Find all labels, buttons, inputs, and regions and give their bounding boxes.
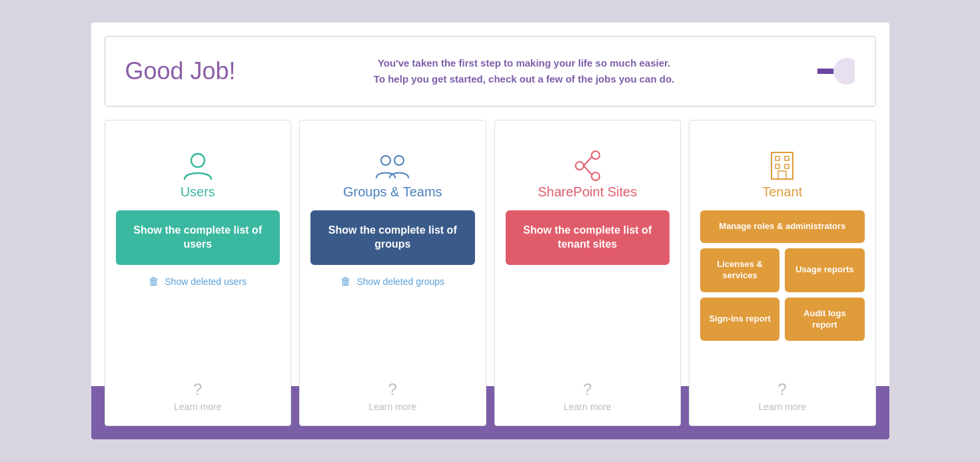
users-card: Users Show the complete list of users 🗑 … bbox=[105, 120, 292, 426]
groups-card: Groups & Teams Show the complete list of… bbox=[299, 120, 486, 426]
sharepoint-learn-more-text[interactable]: Learn more bbox=[564, 401, 612, 412]
sharepoint-learn-more-section: ? Learn more bbox=[564, 380, 612, 412]
sharepoint-card-title: SharePoint Sites bbox=[538, 184, 637, 200]
svg-point-2 bbox=[833, 58, 855, 85]
users-learn-more-section: ? Learn more bbox=[174, 380, 222, 412]
users-learn-more-text[interactable]: Learn more bbox=[174, 401, 222, 412]
svg-line-10 bbox=[584, 166, 592, 174]
groups-icon bbox=[374, 147, 411, 184]
usage-reports-button[interactable]: Usage reports bbox=[785, 248, 864, 292]
header-subtitle: You've taken the first step to making yo… bbox=[374, 55, 674, 87]
svg-rect-13 bbox=[785, 156, 789, 160]
tenant-card-title: Tenant bbox=[762, 184, 802, 200]
svg-rect-14 bbox=[775, 164, 779, 168]
licenses-button[interactable]: Licenses & services bbox=[700, 248, 779, 292]
svg-point-5 bbox=[394, 156, 404, 165]
trash-icon-groups: 🗑 bbox=[340, 276, 351, 288]
svg-line-9 bbox=[584, 157, 592, 166]
svg-rect-12 bbox=[775, 156, 779, 160]
show-users-button[interactable]: Show the complete list of users bbox=[116, 210, 280, 265]
header-arrow-area[interactable] bbox=[812, 50, 855, 93]
svg-point-3 bbox=[191, 154, 205, 167]
question-icon-sharepoint: ? bbox=[583, 380, 592, 399]
svg-point-8 bbox=[576, 162, 584, 170]
tenant-card-header: Tenant bbox=[762, 134, 802, 200]
groups-card-header: Groups & Teams bbox=[343, 134, 442, 200]
svg-point-7 bbox=[592, 172, 600, 180]
trash-icon-users: 🗑 bbox=[149, 276, 159, 288]
svg-rect-15 bbox=[785, 164, 789, 168]
cards-row: Users Show the complete list of users 🗑 … bbox=[105, 120, 876, 426]
arrow-right-icon bbox=[812, 50, 855, 93]
groups-learn-more-text[interactable]: Learn more bbox=[368, 401, 416, 412]
tenant-buttons-grid: Manage roles & administrators Licenses &… bbox=[700, 210, 865, 341]
tenant-icon bbox=[763, 147, 801, 184]
svg-point-6 bbox=[592, 151, 600, 159]
question-icon-users: ? bbox=[193, 380, 202, 399]
question-icon-tenant: ? bbox=[778, 380, 787, 399]
audit-logs-button[interactable]: Audit logs report bbox=[785, 298, 864, 342]
svg-point-4 bbox=[381, 156, 390, 165]
show-deleted-groups-link[interactable]: 🗑 Show deleted groups bbox=[340, 276, 444, 288]
signins-button[interactable]: Sign-ins report bbox=[700, 298, 779, 342]
show-deleted-users-link[interactable]: 🗑 Show deleted users bbox=[149, 276, 246, 288]
users-card-header: Users bbox=[179, 134, 217, 200]
svg-rect-16 bbox=[778, 171, 786, 179]
manage-roles-button[interactable]: Manage roles & administrators bbox=[700, 210, 865, 243]
show-sites-button[interactable]: Show the complete list of tenant sites bbox=[506, 210, 670, 265]
users-icon bbox=[179, 147, 217, 184]
groups-learn-more-section: ? Learn more bbox=[368, 380, 416, 412]
users-card-title: Users bbox=[181, 184, 215, 200]
main-wrapper: Good Job! You've taken the first step to… bbox=[91, 22, 890, 440]
header-banner: Good Job! You've taken the first step to… bbox=[105, 36, 876, 107]
question-icon-groups: ? bbox=[388, 380, 397, 399]
groups-card-title: Groups & Teams bbox=[343, 184, 442, 200]
svg-rect-11 bbox=[771, 152, 793, 179]
sharepoint-card-header: SharePoint Sites bbox=[538, 134, 637, 200]
sharepoint-icon bbox=[569, 147, 606, 184]
sharepoint-card: SharePoint Sites Show the complete list … bbox=[494, 120, 682, 426]
show-groups-button[interactable]: Show the complete list of groups bbox=[310, 210, 475, 265]
tenant-learn-more-section: ? Learn more bbox=[758, 380, 806, 412]
tenant-learn-more-text[interactable]: Learn more bbox=[758, 401, 806, 412]
tenant-card: Tenant Manage roles & administrators Lic… bbox=[689, 120, 876, 426]
header-title: Good Job! bbox=[125, 57, 236, 85]
